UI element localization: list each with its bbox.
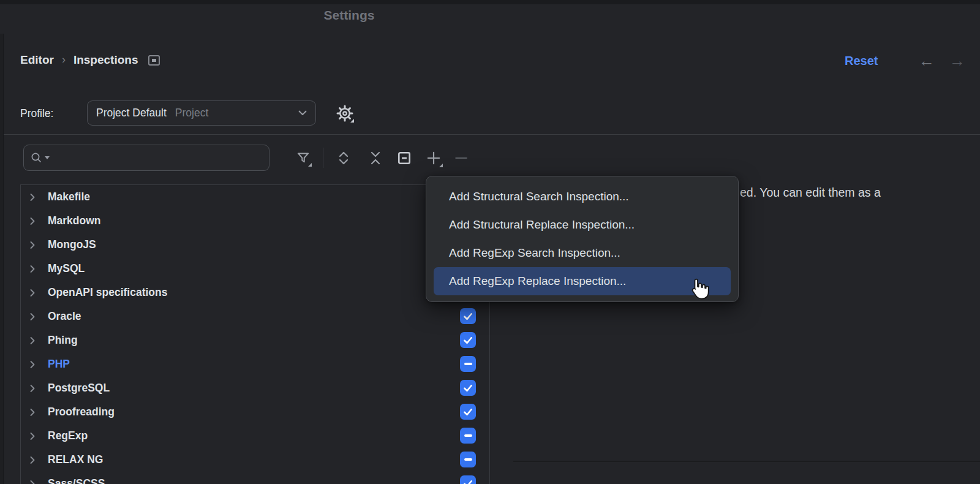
profile-label: Profile:	[20, 107, 53, 120]
chevron-right-icon[interactable]	[27, 240, 38, 251]
chevron-right-icon[interactable]	[27, 263, 38, 274]
inspection-checkbox[interactable]	[460, 475, 476, 484]
chevron-right-icon[interactable]	[27, 478, 38, 484]
tree-row[interactable]: Phing	[21, 328, 489, 352]
tree-item-label: RELAX NG	[48, 453, 103, 466]
dropdown-corner-icon	[439, 164, 443, 167]
search-history-arrow-icon	[45, 156, 50, 159]
menu-item[interactable]: Add Structural Search Inspection...	[434, 183, 731, 211]
search-field[interactable]	[23, 145, 270, 171]
tree-item-label: PostgreSQL	[48, 382, 110, 395]
description-text: ed. You can edit them as a	[740, 186, 881, 200]
search-icon	[30, 151, 43, 165]
filter-button[interactable]	[293, 148, 314, 168]
profile-dropdown-value: Project Default	[96, 107, 167, 119]
chevron-right-icon[interactable]	[27, 431, 38, 442]
tree-item-label: Phing	[48, 334, 78, 347]
menu-item[interactable]: Add Structural Replace Inspection...	[434, 211, 731, 239]
tree-item-label: PHP	[48, 358, 70, 371]
tree-row[interactable]: Oracle	[21, 304, 489, 328]
indeterminate-dash-icon	[464, 363, 472, 365]
description-divider	[513, 461, 980, 462]
expand-all-icon	[337, 151, 350, 165]
forward-arrow-icon: →	[949, 53, 965, 69]
menu-item[interactable]: Add RegExp Replace Inspection...	[434, 267, 731, 295]
tree-item-label: MongoJS	[48, 238, 96, 251]
settings-window: Settings Editor › Inspections Reset ← → …	[0, 0, 980, 484]
framed-minus-icon	[397, 151, 412, 165]
chevron-right-icon[interactable]	[27, 383, 38, 394]
inspections-tree: Makefile Markdown	[20, 184, 489, 484]
section-separator	[4, 134, 980, 135]
reset-button[interactable]: Reset	[845, 54, 878, 68]
back-arrow-icon[interactable]: ←	[919, 53, 935, 69]
menu-item-label: Add Structural Search Inspection...	[449, 190, 629, 203]
inspection-checkbox[interactable]	[460, 356, 476, 372]
tree-row[interactable]: RegExp	[21, 424, 489, 448]
tree-row[interactable]: Makefile	[21, 185, 489, 209]
titlebar-strip	[0, 0, 980, 4]
chevron-right-icon[interactable]	[27, 359, 38, 370]
frame-icon[interactable]	[148, 55, 160, 66]
chevron-right-icon[interactable]	[27, 455, 38, 466]
tree-row[interactable]: PHP	[21, 352, 489, 376]
chevron-right-icon[interactable]	[27, 287, 38, 298]
checkmark-icon	[462, 311, 473, 322]
tree-row[interactable]: Markdown	[21, 209, 489, 233]
hand-cursor-icon	[687, 277, 709, 300]
menu-item-label: Add RegExp Search Inspection...	[449, 246, 620, 260]
inspection-checkbox[interactable]	[460, 428, 476, 444]
dropdown-corner-icon	[350, 119, 354, 123]
profile-dropdown[interactable]: Project Default Project	[87, 100, 316, 126]
tree-item-label: Oracle	[48, 310, 81, 323]
checkmark-icon	[462, 406, 473, 417]
tree-item-label: OpenAPI specifications	[48, 286, 167, 299]
chevron-right-icon[interactable]	[27, 311, 38, 322]
collapse-all-icon	[369, 151, 382, 165]
indeterminate-dash-icon	[464, 458, 472, 461]
profile-row: Profile: Project Default Project	[20, 100, 53, 126]
tree-item-label: Markdown	[48, 214, 101, 227]
tree-item-label: MySQL	[48, 262, 85, 275]
chevron-right-icon[interactable]	[27, 216, 38, 227]
profile-dropdown-scope: Project	[175, 107, 298, 119]
inspection-checkbox[interactable]	[460, 452, 476, 467]
inspection-checkbox[interactable]	[460, 308, 476, 324]
window-title: Settings	[257, 8, 441, 23]
checkmark-icon	[462, 382, 473, 393]
dropdown-corner-icon	[308, 163, 312, 167]
inspection-checkbox[interactable]	[460, 404, 476, 420]
breadcrumb-item-editor[interactable]: Editor	[20, 53, 54, 67]
chevron-down-icon	[298, 110, 307, 116]
sidebar-edge	[0, 34, 4, 484]
tree-row[interactable]: Proofreading	[21, 400, 489, 424]
add-inspection-button[interactable]	[423, 148, 444, 168]
tree-row[interactable]: OpenAPI specifications	[21, 281, 489, 304]
menu-item[interactable]: Add RegExp Search Inspection...	[434, 239, 731, 267]
toolbar-separator	[323, 148, 323, 168]
tree-row[interactable]: MySQL	[21, 257, 489, 281]
indeterminate-dash-icon	[464, 434, 472, 437]
chevron-right-icon[interactable]	[27, 192, 38, 203]
tree-item-label: Proofreading	[48, 406, 115, 418]
menu-item-label: Add RegExp Replace Inspection...	[449, 274, 626, 288]
tree-row[interactable]: Sass/SCSS	[21, 472, 489, 484]
chevron-right-icon[interactable]	[27, 335, 38, 346]
breadcrumb-separator-icon: ›	[62, 53, 66, 66]
breadcrumb-item-inspections: Inspections	[74, 53, 138, 67]
framed-minus-toggle-button[interactable]	[394, 148, 415, 168]
chevron-right-icon[interactable]	[27, 407, 38, 418]
inspection-checkbox[interactable]	[460, 380, 476, 396]
inspection-checkbox[interactable]	[460, 332, 476, 348]
expand-all-button[interactable]	[333, 148, 354, 168]
collapse-all-button[interactable]	[365, 148, 386, 168]
gear-icon[interactable]	[334, 102, 356, 124]
tree-item-label: Sass/SCSS	[48, 477, 105, 484]
tree-row[interactable]: RELAX NG	[21, 448, 489, 472]
checkmark-icon	[462, 335, 473, 346]
search-input[interactable]	[53, 151, 263, 165]
tree-row[interactable]: MongoJS	[21, 233, 489, 257]
remove-inspection-button	[451, 148, 472, 168]
tree-item-label: RegExp	[48, 429, 88, 442]
tree-row[interactable]: PostgreSQL	[21, 376, 489, 400]
